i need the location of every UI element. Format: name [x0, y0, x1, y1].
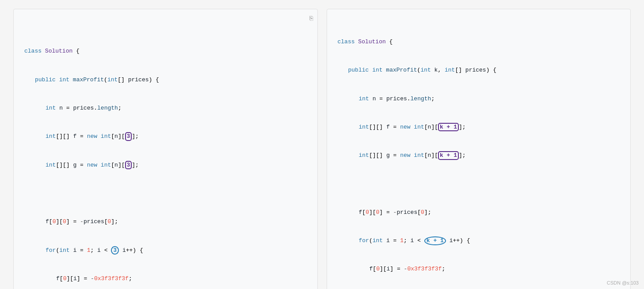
code-line: for(int i = 1; i < 3 i++) { [24, 246, 307, 255]
code-line: int n = prices.length; [338, 94, 620, 103]
code-line [338, 179, 620, 188]
left-code-block: ⎘ class Solution { public int maxProfit(… [13, 9, 318, 289]
code-line: for(int i = 1; i < k + 1 i++) { [338, 236, 620, 245]
copy-icon[interactable]: ⎘ [309, 14, 313, 24]
code-line: f[0][i] = -0x3f3f3f3f; [338, 264, 620, 274]
main-container: ⎘ class Solution { public int maxProfit(… [4, 4, 640, 289]
code-line [24, 189, 307, 198]
code-line: f[0][0] = -prices[0]; [338, 208, 620, 217]
code-line: public int maxProfit(int[] prices) { [24, 75, 307, 84]
code-line: int[][] g = new int[n][3]; [24, 160, 307, 170]
code-line: class Solution { [338, 37, 620, 46]
code-line: f[0][i] = -0x3f3f3f3f; [24, 274, 307, 283]
code-line: int n = prices.length; [24, 103, 307, 113]
code-line: int[][] g = new int[n][k + 1]; [338, 151, 620, 160]
code-line: int[][] f = new int[n][3]; [24, 132, 307, 141]
watermark: CSDN @s:103 [607, 280, 639, 285]
right-code-block: class Solution { public int maxProfit(in… [327, 9, 631, 289]
code-line: f[0][0] = -prices[0]; [24, 217, 307, 226]
code-line: int[][] f = new int[n][k + 1]; [338, 122, 620, 132]
code-line: public int maxProfit(int k, int[] prices… [338, 65, 620, 75]
code-line: class Solution { [24, 46, 307, 56]
